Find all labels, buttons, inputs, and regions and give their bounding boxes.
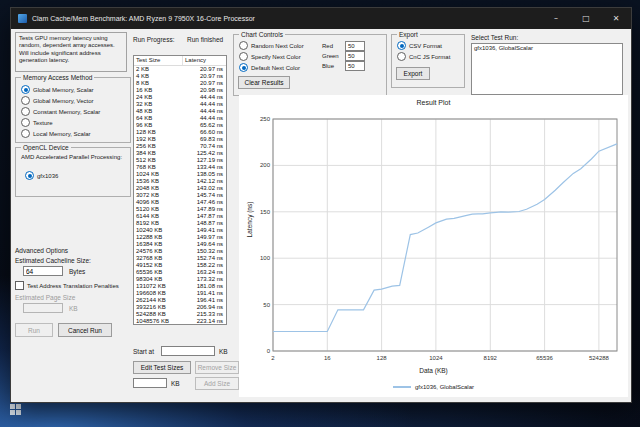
table-row[interactable]: 3072 KB145.74 ns xyxy=(134,192,226,199)
table-row[interactable]: 16384 KB149.64 ns xyxy=(134,241,226,248)
table-row[interactable]: 12288 KB149.97 ns xyxy=(134,234,226,241)
run-button[interactable]: Run xyxy=(15,323,53,337)
color-channel-label: Red xyxy=(322,43,342,49)
header-latency[interactable]: Latency xyxy=(183,56,226,65)
table-row[interactable]: 524288 KB215.33 ns xyxy=(134,311,226,318)
radio-icon[interactable] xyxy=(239,52,248,61)
table-row[interactable]: 1048576 KB223.14 ns xyxy=(134,318,226,325)
table-row[interactable]: 512 KB127.19 ns xyxy=(134,157,226,164)
color-value-input[interactable]: 50 xyxy=(345,61,365,71)
minimize-button[interactable]: – xyxy=(541,8,571,29)
xtick-label: 1024 xyxy=(429,355,443,361)
chart-color-radios-option[interactable]: Specify Next Color xyxy=(239,51,317,62)
color-value-input[interactable]: 50 xyxy=(345,51,365,61)
add-size-input[interactable] xyxy=(133,378,167,388)
table-row[interactable]: 32 KB44.44 ns xyxy=(134,101,226,108)
table-row[interactable]: 32768 KB152.74 ns xyxy=(134,255,226,262)
cell-test-size: 64 KB xyxy=(134,115,182,122)
memory-access-radios-option[interactable]: Global Memory, Scalar xyxy=(21,84,128,95)
remove-size-button[interactable]: Remove Size xyxy=(195,361,239,374)
results-table-header[interactable]: Test Size Latency xyxy=(134,56,226,66)
results-table[interactable]: Test Size Latency 2 KB20.97 ns4 KB20.97 … xyxy=(133,55,227,325)
table-row[interactable]: 1536 KB142.12 ns xyxy=(134,178,226,185)
radio-icon[interactable] xyxy=(21,107,30,116)
table-row[interactable]: 48 KB44.44 ns xyxy=(134,108,226,115)
edit-test-sizes-button[interactable]: Edit Test Sizes xyxy=(133,361,191,374)
cell-test-size: 256 KB xyxy=(134,143,182,150)
cell-latency: 66.60 ns xyxy=(182,129,226,136)
table-row[interactable]: 192 KB69.83 ns xyxy=(134,136,226,143)
table-row[interactable]: 98304 KB173.32 ns xyxy=(134,276,226,283)
table-row[interactable]: 24576 KB150.32 ns xyxy=(134,248,226,255)
client-area: Tests GPU memory latency using random, d… xyxy=(11,29,631,402)
cancel-run-button[interactable]: Cancel Run xyxy=(58,323,112,337)
table-row[interactable]: 4 KB20.97 ns xyxy=(134,73,226,80)
table-row[interactable]: 6144 KB147.87 ns xyxy=(134,213,226,220)
cell-latency: 138.05 ns xyxy=(182,171,226,178)
export-radios-option[interactable]: CSV Format xyxy=(397,40,462,51)
radio-icon[interactable] xyxy=(21,85,30,94)
checkbox-icon[interactable] xyxy=(15,281,24,290)
table-row[interactable]: 393216 KB206.94 ns xyxy=(134,304,226,311)
chart-color-radios-option[interactable]: Default Next Color xyxy=(239,62,317,73)
maximize-button[interactable]: □ xyxy=(571,8,601,29)
tlb-checkbox-row[interactable]: Test Address Translation Penalties xyxy=(15,281,119,290)
plot-border xyxy=(273,119,617,351)
table-row[interactable]: 64 KB44.44 ns xyxy=(134,115,226,122)
device-radios-option[interactable]: gfx1036 xyxy=(25,170,128,181)
table-row[interactable]: 131072 KB181.08 ns xyxy=(134,283,226,290)
table-row[interactable]: 2 KB20.97 ns xyxy=(134,66,226,73)
color-value-input[interactable]: 50 xyxy=(345,41,365,51)
table-row[interactable]: 128 KB66.60 ns xyxy=(134,129,226,136)
table-row[interactable]: 768 KB133.44 ns xyxy=(134,164,226,171)
header-test-size[interactable]: Test Size xyxy=(134,56,183,65)
table-row[interactable]: 384 KB125.42 ns xyxy=(134,150,226,157)
titlebar[interactable]: Clam Cache/Mem Benchmark: AMD Ryzen 9 79… xyxy=(11,8,631,29)
memory-access-radios: Global Memory, ScalarGlobal Memory, Vect… xyxy=(21,84,128,139)
export-radios-option[interactable]: CnC JS Format xyxy=(397,51,462,62)
radio-icon[interactable] xyxy=(25,171,34,180)
table-row[interactable]: 256 KB70.74 ns xyxy=(134,143,226,150)
close-button[interactable]: ✕ xyxy=(601,8,631,29)
export-button[interactable]: Export xyxy=(396,67,430,80)
windows-logo-icon[interactable] xyxy=(10,404,21,415)
table-row[interactable]: 262144 KB196.41 ns xyxy=(134,297,226,304)
radio-icon[interactable] xyxy=(21,129,30,138)
table-row[interactable]: 49152 KB158.22 ns xyxy=(134,262,226,269)
table-row[interactable]: 24 KB44.44 ns xyxy=(134,94,226,101)
table-row[interactable]: 8 KB20.97 ns xyxy=(134,80,226,87)
table-row[interactable]: 196608 KB191.41 ns xyxy=(134,290,226,297)
test-run-listbox[interactable]: gfx1036, GlobalScalar xyxy=(471,43,623,95)
cell-test-size: 262144 KB xyxy=(134,297,182,304)
cell-test-size: 524288 KB xyxy=(134,311,182,318)
table-row[interactable]: 96 KB65.62 ns xyxy=(134,122,226,129)
table-row[interactable]: 65536 KB163.24 ns xyxy=(134,269,226,276)
table-row[interactable]: 2048 KB143.02 ns xyxy=(134,185,226,192)
table-row[interactable]: 16 KB20.98 ns xyxy=(134,87,226,94)
memory-access-radios-option[interactable]: Local Memory, Scalar xyxy=(21,128,128,139)
radio-icon[interactable] xyxy=(239,41,248,50)
radio-icon[interactable] xyxy=(21,118,30,127)
radio-icon[interactable] xyxy=(239,63,248,72)
clear-results-button[interactable]: Clear Results xyxy=(238,76,290,89)
table-row[interactable]: 1024 KB138.05 ns xyxy=(134,171,226,178)
opencl-device-group-title: OpenCL Device xyxy=(21,144,71,152)
memory-access-radios-option[interactable]: Global Memory, Vector xyxy=(21,95,128,106)
table-row[interactable]: 5120 KB147.89 ns xyxy=(134,206,226,213)
radio-icon[interactable] xyxy=(397,52,406,61)
chart-color-radios-option[interactable]: Random Next Color xyxy=(239,40,317,51)
table-row[interactable]: 4096 KB147.46 ns xyxy=(134,199,226,206)
test-run-item[interactable]: gfx1036, GlobalScalar xyxy=(472,44,622,52)
table-row[interactable]: 8192 KB148.87 ns xyxy=(134,220,226,227)
chart-controls-group: Chart Controls Random Next ColorSpecify … xyxy=(233,34,387,96)
cell-latency: 127.19 ns xyxy=(182,157,226,164)
start-at-input[interactable] xyxy=(161,346,215,356)
table-row[interactable]: 10240 KB149.41 ns xyxy=(134,227,226,234)
radio-icon[interactable] xyxy=(21,96,30,105)
add-size-button[interactable]: Add Size xyxy=(195,377,239,390)
memory-access-radios-option[interactable]: Texture xyxy=(21,117,128,128)
memory-access-radios-option[interactable]: Constant Memory, Scalar xyxy=(21,106,128,117)
cacheline-unit-label: Bytes xyxy=(69,268,85,275)
radio-icon[interactable] xyxy=(397,41,406,50)
cacheline-input[interactable] xyxy=(23,266,63,276)
